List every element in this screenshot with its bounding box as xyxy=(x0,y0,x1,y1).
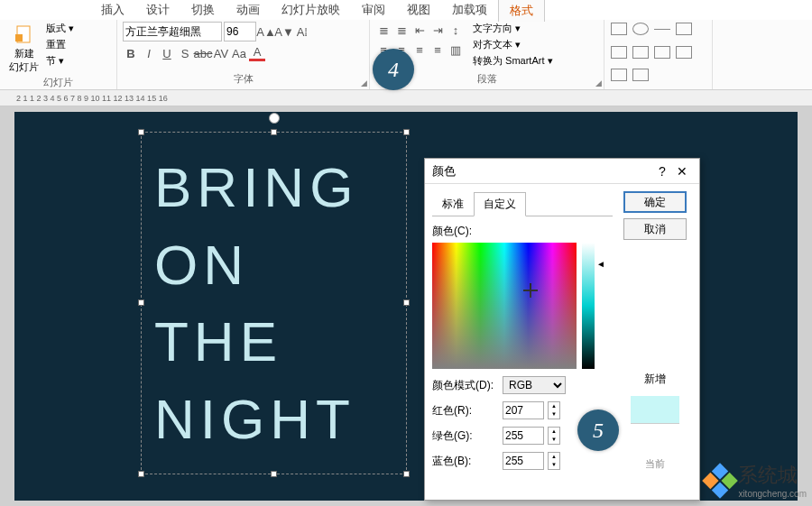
indent-button[interactable]: ⇥ xyxy=(429,22,446,38)
dialog-title: 颜色 xyxy=(432,163,456,179)
paragraph-dialog-launcher[interactable]: ◢ xyxy=(595,78,602,87)
shape-arrow[interactable] xyxy=(676,23,692,35)
slide-text[interactable]: BRING ON THE NIGHT xyxy=(142,133,406,474)
ruler: 2 1 1 2 3 4 5 6 7 8 9 10 11 12 13 14 15 … xyxy=(0,90,812,106)
r-input[interactable] xyxy=(503,401,544,419)
reset-button[interactable]: 重置 xyxy=(46,38,74,51)
tab-view[interactable]: 视图 xyxy=(396,0,441,21)
g-input[interactable] xyxy=(503,427,544,445)
tab-format[interactable]: 格式 xyxy=(498,0,545,22)
change-case-button[interactable]: Aa xyxy=(231,45,247,61)
shadow-button[interactable]: S xyxy=(177,45,193,61)
callout-5: 5 xyxy=(577,409,619,451)
font-size-select[interactable] xyxy=(224,22,256,41)
resize-handle[interactable] xyxy=(138,471,144,477)
smartart-button[interactable]: 转换为 SmartArt ▾ xyxy=(473,54,553,68)
r-label: 红色(R): xyxy=(432,403,499,419)
g-spinner[interactable]: ▲▼ xyxy=(548,427,560,445)
cancel-button[interactable]: 取消 xyxy=(623,218,687,240)
shape-8[interactable] xyxy=(676,46,692,59)
watermark-logo-icon xyxy=(703,463,739,499)
tab-custom[interactable]: 自定义 xyxy=(474,192,526,216)
shape-7[interactable] xyxy=(654,46,670,59)
textbox[interactable]: BRING ON THE NIGHT xyxy=(141,132,407,474)
shrink-font-button[interactable]: A▼ xyxy=(276,23,292,40)
resize-handle[interactable] xyxy=(403,471,410,477)
resize-handle[interactable] xyxy=(403,129,410,135)
dialog-tabs: 标准 自定义 xyxy=(432,191,613,216)
luminance-slider[interactable] xyxy=(582,243,595,369)
tab-addins[interactable]: 加载项 xyxy=(441,0,498,21)
shape-oval[interactable] xyxy=(632,23,649,35)
dedent-button[interactable]: ⇤ xyxy=(411,22,428,38)
font-dialog-launcher[interactable]: ◢ xyxy=(361,78,367,87)
justify-button[interactable]: ≡ xyxy=(429,41,446,58)
section-button[interactable]: 节 ▾ xyxy=(46,54,74,68)
strike-button[interactable]: abc xyxy=(195,45,211,61)
rotate-handle[interactable] xyxy=(269,113,280,124)
bold-button[interactable]: B xyxy=(123,45,139,61)
columns-button[interactable]: ▥ xyxy=(448,41,464,58)
b-input[interactable] xyxy=(503,452,544,470)
tab-design[interactable]: 设计 xyxy=(135,0,180,21)
font-group-label: 字体 xyxy=(123,72,364,87)
dialog-close-button[interactable]: ✕ xyxy=(672,164,692,179)
bullets-button[interactable]: ≣ xyxy=(375,22,392,38)
resize-handle[interactable] xyxy=(271,129,277,135)
ok-button[interactable]: 确定 xyxy=(623,191,687,213)
resize-handle[interactable] xyxy=(138,129,144,135)
tab-animation[interactable]: 动画 xyxy=(226,0,271,21)
grow-font-button[interactable]: A▲ xyxy=(258,23,274,40)
color-crosshair[interactable] xyxy=(526,286,535,295)
color-model-select[interactable]: RGB xyxy=(503,376,566,394)
slides-group-label: 幻灯片 xyxy=(5,76,111,91)
resize-handle[interactable] xyxy=(403,299,410,306)
font-color-button[interactable]: A xyxy=(249,45,265,61)
underline-button[interactable]: U xyxy=(159,45,175,61)
resize-handle[interactable] xyxy=(271,471,277,477)
char-spacing-button[interactable]: AV xyxy=(213,45,229,61)
shape-line[interactable] xyxy=(654,29,670,30)
svg-rect-1 xyxy=(15,34,23,41)
color-gradient-picker[interactable] xyxy=(432,243,577,369)
ribbon-font-group: A▲ A▼ A⁞ B I U S abc AV Aa A 字体 ◢ xyxy=(117,20,370,89)
tab-review[interactable]: 审阅 xyxy=(351,0,396,21)
italic-button[interactable]: I xyxy=(141,45,157,61)
new-slide-icon xyxy=(14,23,35,45)
align-text-button[interactable]: 对齐文本 ▾ xyxy=(473,38,553,51)
numbering-button[interactable]: ≣ xyxy=(393,22,410,38)
shape-5[interactable] xyxy=(611,46,627,59)
color-dialog: 颜色 ? ✕ 标准 自定义 颜色(C): 颜色模式(D): RGB 红色(R):… xyxy=(424,158,700,501)
font-name-select[interactable] xyxy=(123,22,222,41)
shape-10[interactable] xyxy=(632,69,649,81)
color-swatch xyxy=(631,396,679,450)
watermark: 系统城 xitongcheng.com xyxy=(707,462,807,499)
line-spacing-button[interactable]: ↕ xyxy=(448,22,464,38)
dialog-help-button[interactable]: ? xyxy=(652,164,672,179)
align-right-button[interactable]: ≡ xyxy=(411,41,428,58)
tab-insert[interactable]: 插入 xyxy=(90,0,135,21)
watermark-url: xitongcheng.com xyxy=(738,489,807,499)
model-label: 颜色模式(D): xyxy=(432,378,499,393)
tab-transition[interactable]: 切换 xyxy=(180,0,226,21)
shape-9[interactable] xyxy=(611,69,627,81)
resize-handle[interactable] xyxy=(138,299,144,306)
clear-format-button[interactable]: A⁞ xyxy=(294,23,310,40)
current-color-label: 当前 xyxy=(645,457,665,471)
dialog-titlebar[interactable]: 颜色 ? ✕ xyxy=(425,159,699,184)
tab-slideshow[interactable]: 幻灯片放映 xyxy=(271,0,351,21)
shape-6[interactable] xyxy=(632,46,649,59)
g-label: 绿色(G): xyxy=(432,428,499,444)
current-color-preview xyxy=(631,423,679,450)
tab-standard[interactable]: 标准 xyxy=(432,192,474,216)
new-color-label: 新增 xyxy=(644,372,666,387)
r-spinner[interactable]: ▲▼ xyxy=(548,401,560,419)
layout-button[interactable]: 版式 ▾ xyxy=(46,22,74,35)
text-direction-button[interactable]: 文字方向 ▾ xyxy=(473,22,553,35)
ribbon-slides-group: 新建 幻灯片 版式 ▾ 重置 节 ▾ 幻灯片 xyxy=(0,20,117,89)
b-spinner[interactable]: ▲▼ xyxy=(548,452,560,470)
shape-rect[interactable] xyxy=(611,23,627,35)
new-slide-button[interactable]: 新建 幻灯片 xyxy=(5,22,42,76)
color-label: 颜色(C): xyxy=(432,224,613,239)
b-label: 蓝色(B): xyxy=(432,454,499,469)
